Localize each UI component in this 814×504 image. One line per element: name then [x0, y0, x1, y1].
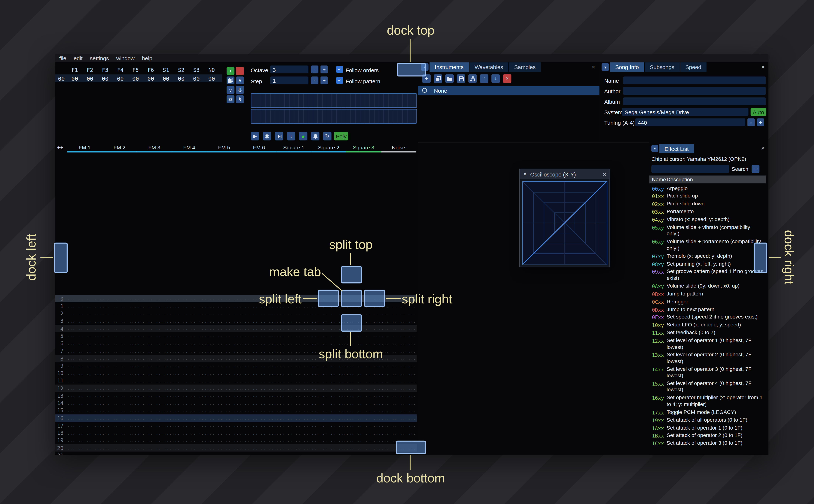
pattern-cell[interactable]: ... .. .. ...: [241, 363, 276, 368]
orders-cell[interactable]: 00: [97, 76, 113, 82]
pattern-cell[interactable]: ... .. .. ...: [276, 438, 311, 443]
pattern-cell[interactable]: ... .. .. ...: [172, 393, 207, 398]
pattern-cell[interactable]: ... .. .. ...: [137, 333, 172, 339]
split-target-left[interactable]: [318, 290, 339, 307]
oscilloscope-titlebar[interactable]: ▼ Oscilloscope (X-Y) ×: [520, 169, 610, 179]
save-instrument-button[interactable]: [457, 74, 465, 83]
menu-settings[interactable]: settings: [90, 55, 109, 61]
pattern-cell[interactable]: ... .. .. ...: [67, 453, 102, 455]
pattern-cell[interactable]: ... .. .. ...: [207, 333, 241, 339]
menu-file[interactable]: file: [59, 55, 66, 61]
effect-row[interactable]: 03xxPortamento: [649, 208, 768, 216]
pattern-cell[interactable]: ... .. .. ...: [67, 416, 102, 421]
repeat-pattern-button[interactable]: ↻: [323, 132, 331, 141]
channel-header-square-2[interactable]: Square 2: [311, 145, 346, 153]
pattern-cell[interactable]: ... .. .. ...: [67, 431, 102, 436]
pattern-cell[interactable]: ... .. .. ...: [172, 386, 207, 391]
edit-record-button[interactable]: ●: [299, 132, 307, 141]
pattern-cell[interactable]: ... .. .. ...: [311, 438, 346, 443]
split-target-top[interactable]: [341, 266, 362, 284]
pattern-cell[interactable]: ... .. .. ...: [102, 438, 137, 443]
play-pattern-button[interactable]: ◉: [263, 132, 271, 141]
pattern-cell[interactable]: ... .. .. ...: [346, 431, 381, 436]
menu-window[interactable]: window: [116, 55, 135, 61]
pattern-cell[interactable]: ... .. .. ...: [172, 333, 207, 339]
pattern-cell[interactable]: ... .. .. ...: [241, 326, 276, 331]
order-duplicate-button[interactable]: [226, 76, 234, 84]
pattern-cell[interactable]: ... .. .. ...: [172, 326, 207, 331]
pattern-cell[interactable]: ... .. .. ...: [207, 431, 241, 436]
pattern-cell[interactable]: ... .. .. ...: [241, 393, 276, 398]
open-instrument-button[interactable]: [445, 74, 454, 83]
pattern-cell[interactable]: ... .. .. ...: [311, 378, 346, 383]
channel-header-noise[interactable]: Noise: [381, 145, 416, 153]
effect-row[interactable]: 13xxSet level of operator 2 (0 highest, …: [649, 351, 768, 365]
pattern-cell[interactable]: ... .. .. ...: [102, 423, 137, 428]
instruments-close-button[interactable]: ×: [592, 64, 595, 70]
effect-row[interactable]: 09xxSet groove pattern (speed 1 if no gr…: [649, 268, 768, 282]
pattern-cell[interactable]: ... .. .. ...: [67, 333, 102, 339]
pattern-cell[interactable]: ... .. .. ...: [381, 393, 416, 398]
pattern-cell[interactable]: ... .. .. ...: [102, 445, 137, 451]
effect-row[interactable]: 0FxxSet speed (speed 2 if no grooves exi…: [649, 313, 768, 321]
pattern-cell[interactable]: ... .. .. ...: [67, 401, 102, 406]
pattern-cell[interactable]: ... .. .. ...: [276, 408, 311, 413]
duplicate-instrument-button[interactable]: [434, 74, 442, 83]
oscilloscope-window[interactable]: ▼ Oscilloscope (X-Y) ×: [519, 169, 610, 267]
pattern-cell[interactable]: ... .. .. ...: [381, 416, 416, 421]
pattern-cell[interactable]: ... .. .. ...: [241, 333, 276, 339]
channel-header-square-1[interactable]: Square 1: [276, 145, 311, 153]
pattern-cell[interactable]: ... .. .. ...: [102, 431, 137, 436]
pattern-cell[interactable]: ... .. .. ...: [102, 341, 137, 346]
pattern-cell[interactable]: ... .. .. ...: [311, 453, 346, 455]
effect-row[interactable]: 0AxyVolume slide (0y: down; x0: up): [649, 282, 768, 290]
pattern-cell[interactable]: ... .. .. ...: [207, 408, 241, 413]
effect-row[interactable]: 1CxxSet attack of operator 3 (0 to 1F): [649, 439, 768, 447]
pattern-cell[interactable]: ... .. .. ...: [137, 416, 172, 421]
dock-target-bottom[interactable]: [396, 441, 426, 454]
pattern-cell[interactable]: ... .. .. ...: [241, 445, 276, 451]
pattern-cell[interactable]: ... .. .. ...: [241, 319, 276, 324]
order-change-mode-button[interactable]: ⇄: [226, 95, 234, 103]
pattern-cell[interactable]: ... .. .. ...: [346, 393, 381, 398]
step-decrease-button[interactable]: -: [311, 76, 318, 84]
effect-row[interactable]: 0DxxJump to next pattern: [649, 305, 768, 313]
orders-cell[interactable]: 00: [67, 76, 82, 82]
pattern-cell[interactable]: ... .. .. ...: [207, 393, 241, 398]
field-input-album[interactable]: [623, 97, 766, 105]
pattern-cell[interactable]: ... .. .. ...: [172, 408, 207, 413]
pattern-cell[interactable]: ... .. .. ...: [241, 438, 276, 443]
pattern-cell[interactable]: ... .. .. ...: [241, 341, 276, 346]
pattern-cell[interactable]: ... .. .. ...: [137, 356, 172, 361]
pattern-cell[interactable]: ... .. .. ...: [137, 431, 172, 436]
pattern-cell[interactable]: ... .. .. ...: [67, 363, 102, 368]
pattern-cell[interactable]: ... .. .. ...: [172, 319, 207, 324]
pattern-cell[interactable]: ... .. .. ...: [102, 378, 137, 383]
pattern-cell[interactable]: ... .. .. ...: [381, 371, 416, 376]
pattern-cell[interactable]: ... .. .. ...: [172, 356, 207, 361]
pattern-cell[interactable]: ... .. .. ...: [241, 453, 276, 455]
effect-row[interactable]: 0CxxRetrigger: [649, 298, 768, 305]
tab-effect-list[interactable]: Effect List: [659, 144, 694, 153]
pattern-cell[interactable]: ... .. .. ...: [241, 431, 276, 436]
field-input-system[interactable]: Sega Genesis/Mega Drive: [622, 108, 749, 116]
pattern-cell[interactable]: ... .. .. ...: [311, 371, 346, 376]
field-input-tuning-a-4[interactable]: 440: [635, 118, 745, 126]
effect-row[interactable]: 00xyArpeggio: [649, 184, 768, 192]
tab-samples[interactable]: Samples: [509, 62, 541, 72]
pattern-cell[interactable]: ... .. .. ...: [102, 363, 137, 368]
pattern-cell[interactable]: ... .. .. ...: [276, 333, 311, 339]
pattern-cell[interactable]: ... .. .. ...: [346, 445, 381, 451]
pattern-cell[interactable]: ... .. .. ...: [276, 378, 311, 383]
pattern-cell[interactable]: ... .. .. ...: [311, 386, 346, 391]
effect-row[interactable]: 04xyVibrato (x: speed; y: depth): [649, 216, 768, 223]
play-from-cursor-button[interactable]: [275, 132, 283, 141]
dock-target-top[interactable]: [397, 63, 426, 76]
pattern-cell[interactable]: ... .. .. ...: [381, 326, 416, 331]
field-input-name[interactable]: [623, 76, 766, 84]
pattern-cell[interactable]: ... .. .. ...: [276, 453, 311, 455]
pattern-cell[interactable]: ... .. .. ...: [207, 438, 241, 443]
pattern-cell[interactable]: ... .. .. ...: [207, 311, 241, 316]
pattern-cell[interactable]: ... .. .. ...: [276, 363, 311, 368]
split-target-right[interactable]: [364, 290, 385, 307]
